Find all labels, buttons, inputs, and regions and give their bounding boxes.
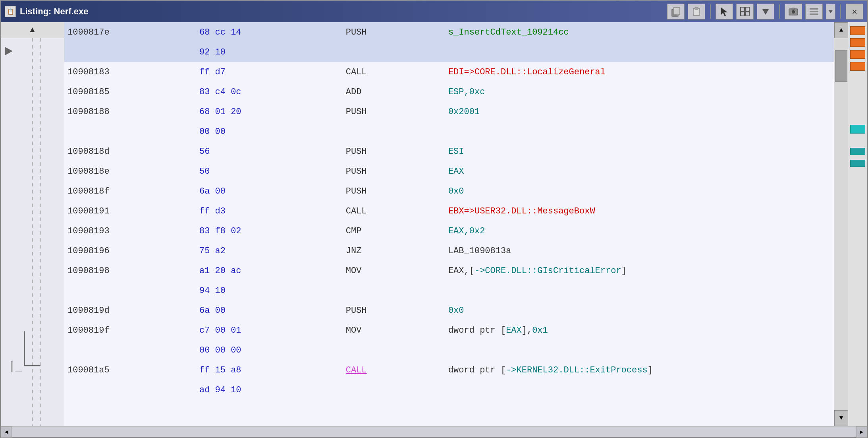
- mnemonic: MOV: [343, 320, 445, 340]
- close-button[interactable]: ✕: [846, 4, 863, 19]
- scroll-track[interactable]: [834, 38, 848, 410]
- operands: 0x2001: [445, 102, 834, 122]
- svg-point-11: [791, 10, 795, 14]
- operands: EAX,[->CORE.DLL::GIsCriticalError]: [445, 261, 834, 281]
- separator-3: [840, 4, 841, 19]
- separator-2: [779, 4, 780, 19]
- dropdown-button[interactable]: [826, 4, 835, 19]
- operands: [445, 122, 834, 141]
- bottom-scroll-track[interactable]: [12, 426, 856, 437]
- mnemonic: CALL: [343, 360, 445, 380]
- scroll-thumb[interactable]: [835, 50, 847, 82]
- mnemonic: MOV: [343, 261, 445, 281]
- grid-button[interactable]: [736, 4, 754, 19]
- operands: EBX=>USER32.DLL::MessageBoxW: [445, 201, 834, 221]
- operands: 0x0: [445, 300, 834, 320]
- svg-rect-13: [810, 8, 818, 10]
- table-row: 109081a5 ff 15 a8 CALL dword ptr [->KERN…: [64, 360, 834, 380]
- mnemonic: PUSH: [343, 141, 445, 161]
- bytes: 83 f8 02: [196, 221, 343, 241]
- cursor-button[interactable]: [716, 4, 733, 19]
- mnemonic: PUSH: [343, 22, 445, 42]
- address: 10908198: [64, 261, 196, 281]
- operands: EAX,0x2: [445, 221, 834, 241]
- main-listing: 1090817e 68 cc 14 PUSH s_InsertCdText_10…: [64, 22, 834, 426]
- bottom-scrollbar: ◀ ▶: [1, 426, 867, 437]
- address: 10908183: [64, 62, 196, 82]
- table-row: 10908185 83 c4 0c ADD ESP,0xc: [64, 82, 834, 102]
- lines-button[interactable]: [805, 4, 823, 19]
- address: [64, 122, 196, 141]
- address: 1090819f: [64, 320, 196, 340]
- camera-button[interactable]: [785, 4, 802, 19]
- bytes: 00 00 00: [196, 340, 343, 360]
- toolbar: ✕: [667, 4, 863, 19]
- mnemonic: CMP: [343, 221, 445, 241]
- mnemonic: PUSH: [343, 181, 445, 201]
- scroll-up-button[interactable]: ▲: [834, 22, 848, 38]
- svg-rect-14: [810, 11, 818, 12]
- operands: dword ptr [EAX],0x1: [445, 320, 834, 340]
- bookmark-7[interactable]: [850, 160, 865, 167]
- bytes: 68 cc 14: [196, 22, 343, 42]
- gutter-svg: |_: [1, 38, 64, 426]
- mnemonic: ADD: [343, 82, 445, 102]
- operands: s_InsertCdText_109214cc: [445, 22, 834, 42]
- left-gutter: ▲ |_: [1, 22, 64, 426]
- operands: ESP,0xc: [445, 82, 834, 102]
- main-window: 📋 Listing: Nerf.exe: [0, 0, 868, 438]
- address: 10908191: [64, 201, 196, 221]
- operands: dword ptr [->KERNEL32.DLL::ExitProcess]: [445, 360, 834, 380]
- down-arrow-button[interactable]: [757, 4, 774, 19]
- bookmark-4[interactable]: [850, 62, 865, 71]
- address: 10908185: [64, 82, 196, 102]
- bookmark-1[interactable]: [850, 26, 865, 35]
- bytes: 6a 00: [196, 181, 343, 201]
- bytes: 56: [196, 141, 343, 161]
- title-bar-left: 📋 Listing: Nerf.exe: [5, 6, 88, 17]
- address: 10908193: [64, 221, 196, 241]
- address: 10908196: [64, 241, 196, 261]
- table-row: 10908188 68 01 20 PUSH 0x2001: [64, 102, 834, 122]
- window-icon: 📋: [5, 6, 16, 17]
- bytes: 6a 00: [196, 300, 343, 320]
- operands: 0x0: [445, 181, 834, 201]
- svg-marker-4: [721, 8, 727, 16]
- address: 1090818d: [64, 141, 196, 161]
- svg-marker-17: [5, 47, 13, 56]
- mnemonic: [343, 122, 445, 141]
- copy-button[interactable]: [667, 4, 685, 19]
- bytes: 92 10: [196, 42, 343, 62]
- scroll-down-button[interactable]: ▼: [834, 410, 848, 426]
- table-row: 10908183 ff d7 CALL EDI=>CORE.DLL::Local…: [64, 62, 834, 82]
- svg-rect-5: [741, 7, 745, 11]
- address: [64, 42, 196, 62]
- operands: ESI: [445, 141, 834, 161]
- mnemonic: CALL: [343, 62, 445, 82]
- table-row: 1090818f 6a 00 PUSH 0x0: [64, 181, 834, 201]
- bookmark-2[interactable]: [850, 38, 865, 47]
- mnemonic: PUSH: [343, 161, 445, 181]
- operands: EAX: [445, 161, 834, 181]
- scroll-right-button[interactable]: ▶: [856, 426, 867, 438]
- mnemonic: [343, 380, 445, 400]
- bytes: c7 00 01: [196, 320, 343, 340]
- bookmark-3[interactable]: [850, 50, 865, 59]
- table-row: 1090818d 56 PUSH ESI: [64, 141, 834, 161]
- bookmark-6[interactable]: [850, 148, 865, 155]
- table-row: 94 10: [64, 281, 834, 300]
- bytes: 50: [196, 161, 343, 181]
- address: [64, 281, 196, 300]
- table-row: 10908191 ff d3 CALL EBX=>USER32.DLL::Mes…: [64, 201, 834, 221]
- title-bar: 📋 Listing: Nerf.exe: [1, 1, 867, 22]
- svg-text:|_: |_: [9, 360, 22, 374]
- table-row: 1090819f c7 00 01 MOV dword ptr [EAX],0x…: [64, 320, 834, 340]
- scroll-left-button[interactable]: ◀: [1, 426, 12, 438]
- svg-rect-8: [745, 12, 749, 16]
- address: [64, 380, 196, 400]
- paste-button[interactable]: [688, 4, 705, 19]
- bookmark-5[interactable]: [850, 125, 865, 134]
- address: [64, 340, 196, 360]
- address: 10908188: [64, 102, 196, 122]
- scroll-up-left[interactable]: ▲: [1, 22, 64, 38]
